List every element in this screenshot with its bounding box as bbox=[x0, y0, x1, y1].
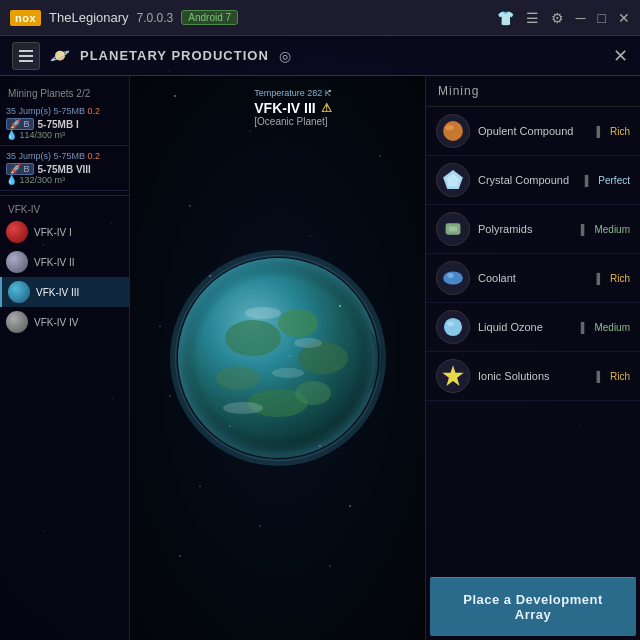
svg-point-17 bbox=[329, 565, 330, 566]
svg-point-7 bbox=[160, 326, 161, 327]
planet-view: Temperature 282 K VFK-IV III ⚠ [Oceanic … bbox=[130, 76, 425, 640]
place-development-array-button[interactable]: Place a Development Array bbox=[430, 577, 636, 636]
svg-point-10 bbox=[169, 395, 170, 396]
svg-point-15 bbox=[260, 526, 261, 527]
planet-card-stats-1: 🚀 B 5-75MB I bbox=[6, 118, 123, 130]
resource-quality-bar-5: ▐ bbox=[593, 371, 600, 382]
hamburger-button[interactable] bbox=[12, 42, 40, 70]
tier-badge-2: 🚀 B bbox=[6, 163, 34, 175]
resource-icon-1 bbox=[436, 163, 470, 197]
resource-quality-label-4: Medium bbox=[594, 322, 630, 333]
mining-panel-title: Mining bbox=[438, 84, 628, 98]
jump-info-1: 35 Jump(s) 5-75MB 0.2 bbox=[6, 106, 100, 116]
settings-icon[interactable]: ⚙ bbox=[551, 10, 564, 26]
svg-point-5 bbox=[310, 236, 311, 237]
vfk-section-label: VFK-IV bbox=[0, 200, 129, 217]
hamburger-line-1 bbox=[19, 50, 33, 52]
svg-point-1 bbox=[250, 131, 251, 132]
resource-quality-label-1: Perfect bbox=[598, 175, 630, 186]
storage-stat-1: 💧 114/300 m³ bbox=[6, 130, 123, 140]
resource-icon-0 bbox=[436, 114, 470, 148]
resource-icon-2 bbox=[436, 212, 470, 246]
resource-quality-label-0: Rich bbox=[610, 126, 630, 137]
jump-highlight-1: 0.2 bbox=[88, 106, 101, 116]
app-version: 7.0.0.3 bbox=[137, 11, 174, 25]
svg-point-14 bbox=[349, 505, 351, 507]
resource-row-5: Ionic Solutions▐Rich bbox=[426, 352, 640, 401]
planet-card-1[interactable]: 35 Jump(s) 5-75MB 0.2 🚀 B 5-75MB I 💧 114… bbox=[0, 101, 129, 146]
planet-dot-3 bbox=[8, 281, 30, 303]
resource-quality-label-2: Medium bbox=[594, 224, 630, 235]
right-panel: Mining Opulent Compound▐RichCrystal Comp… bbox=[425, 76, 640, 640]
menu-icon[interactable]: ☰ bbox=[526, 10, 539, 26]
svg-point-0 bbox=[174, 95, 176, 97]
svg-point-34 bbox=[443, 121, 463, 141]
range-label-2: 5-75MB bbox=[54, 151, 86, 161]
resource-quality-bar-2: ▐ bbox=[577, 224, 584, 235]
storage-stat-2: 💧 132/300 m³ bbox=[6, 175, 123, 185]
maximize-icon[interactable]: □ bbox=[598, 10, 606, 26]
sidebar-item-vfkiv3[interactable]: VFK-IV III bbox=[0, 277, 129, 307]
window-close-icon[interactable]: ✕ bbox=[618, 10, 630, 26]
android-badge: Android 7 bbox=[181, 10, 238, 25]
mining-panel-header: Mining bbox=[426, 76, 640, 107]
resource-row-3: Coolant▐Rich bbox=[426, 254, 640, 303]
svg-point-8 bbox=[339, 305, 341, 307]
planet-dot-2 bbox=[6, 251, 28, 273]
resource-quality-bar-4: ▐ bbox=[577, 322, 584, 333]
planet-card-header-2: 35 Jump(s) 5-75MB 0.2 bbox=[6, 151, 123, 161]
sidebar-item-vfkiv2[interactable]: VFK-IV II bbox=[0, 247, 129, 277]
svg-point-11 bbox=[230, 426, 231, 427]
svg-point-4 bbox=[189, 205, 190, 206]
tier-badge-1: 🚀 B bbox=[6, 118, 34, 130]
stars-svg bbox=[130, 76, 425, 640]
resource-name-1: Crystal Compound bbox=[478, 174, 573, 186]
svg-point-42 bbox=[444, 318, 462, 336]
svg-point-41 bbox=[447, 273, 454, 278]
resource-row-1: Crystal Compound▐Perfect bbox=[426, 156, 640, 205]
shirt-icon[interactable]: 👕 bbox=[497, 10, 514, 26]
range-label-1: 5-75MB bbox=[54, 106, 86, 116]
resource-name-0: Opulent Compound bbox=[478, 125, 585, 137]
resource-icon-3 bbox=[436, 261, 470, 295]
svg-point-40 bbox=[443, 271, 463, 284]
planet-label-4: VFK-IV IV bbox=[34, 317, 78, 328]
planet-label-3: VFK-IV III bbox=[36, 287, 79, 298]
resource-quality-bar-3: ▐ bbox=[593, 273, 600, 284]
planet-card-2[interactable]: 35 Jump(s) 5-75MB 0.2 🚀 B 5-75MB VIII 💧 … bbox=[0, 146, 129, 191]
svg-point-12 bbox=[319, 445, 321, 447]
svg-point-3 bbox=[379, 155, 380, 156]
planet-name-card-1: 5-75MB I bbox=[38, 119, 79, 130]
planet-card-stats-2: 🚀 B 5-75MB VIII bbox=[6, 163, 123, 175]
game-close-button[interactable]: ✕ bbox=[613, 47, 628, 65]
svg-point-16 bbox=[179, 555, 180, 556]
svg-point-2 bbox=[329, 90, 331, 92]
hamburger-line-3 bbox=[19, 60, 33, 62]
minimize-icon[interactable]: ─ bbox=[576, 10, 586, 26]
svg-point-9 bbox=[289, 355, 290, 356]
resource-row-0: Opulent Compound▐Rich bbox=[426, 107, 640, 156]
resource-quality-label-3: Rich bbox=[610, 273, 630, 284]
sidebar-item-vfkiv1[interactable]: VFK-IV I bbox=[0, 217, 129, 247]
sidebar-item-vfkiv4[interactable]: VFK-IV IV bbox=[0, 307, 129, 337]
planet-name-card-2: 5-75MB VIII bbox=[38, 164, 91, 175]
planet-dot-4 bbox=[6, 311, 28, 333]
app-name: TheLegionary bbox=[49, 10, 129, 25]
svg-marker-44 bbox=[442, 365, 463, 386]
resource-quality-bar-0: ▐ bbox=[593, 126, 600, 137]
resource-name-2: Polyramids bbox=[478, 223, 569, 235]
app-window: nox TheLegionary 7.0.0.3 Android 7 👕 ☰ ⚙… bbox=[0, 0, 640, 640]
jump-info-2: 35 Jump(s) 5-75MB 0.2 bbox=[6, 151, 100, 161]
sidebar-divider bbox=[0, 195, 129, 196]
game-topbar: 🪐 PLANETARY PRODUCTION ◎ ✕ bbox=[0, 36, 640, 76]
resource-icon-4 bbox=[436, 310, 470, 344]
nox-logo: nox bbox=[10, 10, 41, 26]
mining-planets-label: Mining Planets 2/2 bbox=[0, 84, 129, 101]
window-controls: 👕 ☰ ⚙ ─ □ ✕ bbox=[497, 10, 630, 26]
resource-quality-bar-1: ▐ bbox=[581, 175, 588, 186]
resource-row-4: Liquid Ozone▐Medium bbox=[426, 303, 640, 352]
resource-list: Opulent Compound▐RichCrystal Compound▐Pe… bbox=[426, 107, 640, 573]
resource-row-2: Polyramids▐Medium bbox=[426, 205, 640, 254]
svg-point-43 bbox=[447, 321, 454, 326]
planet-nav-icon: 🪐 bbox=[50, 46, 70, 65]
